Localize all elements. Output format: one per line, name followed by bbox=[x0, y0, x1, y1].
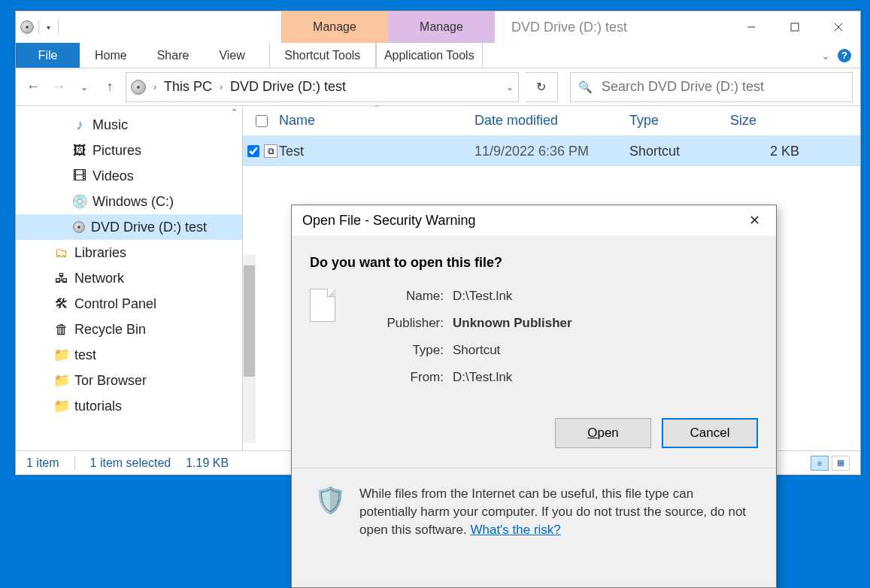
info-value-type: Shortcut bbox=[453, 343, 758, 358]
tree-item-label: Control Panel bbox=[74, 296, 156, 312]
window-title: DVD Drive (D:) test bbox=[495, 11, 729, 43]
address-dropdown[interactable]: ⌄ bbox=[506, 82, 514, 92]
tab-home[interactable]: Home bbox=[80, 43, 142, 68]
back-button[interactable]: ← bbox=[23, 77, 43, 97]
navigation-tree[interactable]: ⌃ ♪Music 🖼Pictures 🎞Videos 💿Windows (C:)… bbox=[16, 106, 243, 450]
dialog-titlebar: Open File - Security Warning ✕ bbox=[292, 205, 776, 235]
navigation-bar: ← → ⌄ ↑ › This PC › DVD Drive (D:) test … bbox=[16, 68, 860, 106]
music-icon: ♪ bbox=[73, 118, 86, 132]
tab-view[interactable]: View bbox=[204, 43, 259, 68]
qat-dropdown[interactable]: ▾ bbox=[44, 23, 53, 32]
pictures-icon: 🖼 bbox=[73, 144, 86, 157]
open-button[interactable]: Open bbox=[555, 418, 651, 448]
help-icon[interactable]: ? bbox=[838, 49, 851, 62]
search-input[interactable] bbox=[600, 78, 844, 95]
expand-ribbon-icon[interactable]: ⌄ bbox=[821, 50, 830, 62]
tree-item-libraries[interactable]: 🗂Libraries bbox=[16, 240, 242, 265]
tab-shortcut-tools[interactable]: Shortcut Tools bbox=[269, 43, 376, 68]
svg-rect-1 bbox=[791, 23, 799, 31]
info-value-from: D:\Test.lnk bbox=[453, 370, 758, 385]
tree-item-label: Recycle Bin bbox=[74, 322, 146, 338]
details-view-button[interactable]: ≡ bbox=[811, 456, 829, 471]
scrollbar[interactable] bbox=[243, 255, 256, 443]
recent-locations-dropdown[interactable]: ⌄ bbox=[74, 77, 94, 97]
contextual-tab-group-application: Manage bbox=[388, 11, 495, 43]
file-type: Shortcut bbox=[629, 144, 730, 159]
tree-item-label: test bbox=[74, 347, 96, 363]
security-warning-dialog: Open File - Security Warning ✕ Do you wa… bbox=[291, 205, 777, 588]
whats-the-risk-link[interactable]: What's the risk? bbox=[470, 523, 560, 537]
tab-application-tools[interactable]: Application Tools bbox=[376, 43, 483, 68]
videos-icon: 🎞 bbox=[73, 169, 86, 183]
tree-item-label: Pictures bbox=[92, 143, 141, 159]
tree-item-folder-tor[interactable]: 📁Tor Browser bbox=[16, 368, 242, 393]
tree-item-label: Videos bbox=[92, 168, 134, 184]
tree-item-network[interactable]: 🖧Network bbox=[16, 265, 242, 291]
network-icon: 🖧 bbox=[55, 271, 68, 285]
sort-indicator-icon: ⌃ bbox=[374, 106, 380, 112]
tree-item-label: Network bbox=[74, 271, 124, 286]
column-type[interactable]: Type bbox=[629, 113, 730, 129]
tree-item-label: Libraries bbox=[74, 245, 126, 261]
status-selected-size: 1.19 KB bbox=[186, 456, 229, 470]
file-checkbox[interactable] bbox=[247, 145, 259, 157]
tree-item-recycle-bin[interactable]: 🗑Recycle Bin bbox=[16, 317, 242, 342]
control-panel-icon: 🛠 bbox=[55, 297, 68, 311]
shield-icon: 🛡️ bbox=[314, 485, 346, 538]
search-icon: 🔍 bbox=[578, 80, 593, 94]
column-date-modified[interactable]: Date modified bbox=[474, 113, 629, 129]
file-row[interactable]: ⧉ Test 11/9/2022 6:36 PM Shortcut 2 KB bbox=[243, 136, 860, 166]
maximize-button[interactable] bbox=[773, 11, 817, 43]
file-date: 11/9/2022 6:36 PM bbox=[474, 144, 629, 159]
chevron-right-icon[interactable]: › bbox=[153, 82, 156, 92]
tree-item-folder-tutorials[interactable]: 📁tutorials bbox=[16, 393, 242, 419]
footer-warning-text: While files from the Internet can be use… bbox=[359, 485, 753, 538]
status-separator bbox=[74, 456, 75, 470]
breadcrumb[interactable]: DVD Drive (D:) test bbox=[230, 79, 346, 95]
cancel-button[interactable]: Cancel bbox=[662, 418, 758, 448]
file-name: Test bbox=[279, 144, 474, 159]
minimize-button[interactable] bbox=[729, 11, 773, 43]
app-icon bbox=[20, 20, 34, 34]
drive-icon: 💿 bbox=[73, 195, 86, 208]
scrollbar-thumb[interactable] bbox=[244, 265, 255, 377]
tree-item-control-panel[interactable]: 🛠Control Panel bbox=[16, 291, 242, 317]
disc-icon bbox=[73, 221, 85, 233]
column-label: Name bbox=[279, 113, 315, 128]
tree-item-music[interactable]: ♪Music bbox=[16, 112, 242, 138]
tree-item-pictures[interactable]: 🖼Pictures bbox=[16, 138, 242, 163]
status-item-count: 1 item bbox=[26, 456, 59, 470]
tree-item-drive-c[interactable]: 💿Windows (C:) bbox=[16, 189, 242, 214]
close-button[interactable]: ✕ bbox=[743, 212, 765, 229]
breadcrumb[interactable]: This PC bbox=[164, 79, 212, 95]
chevron-right-icon[interactable]: › bbox=[220, 82, 223, 92]
info-label-name: Name: bbox=[361, 289, 444, 304]
column-name[interactable]: ⌃ Name bbox=[279, 113, 474, 129]
qat-separator bbox=[58, 20, 59, 34]
folder-icon: 📁 bbox=[55, 348, 68, 362]
tree-item-label: DVD Drive (D:) test bbox=[91, 220, 207, 235]
tab-share[interactable]: Share bbox=[142, 43, 205, 68]
tree-item-folder-test[interactable]: 📁test bbox=[16, 342, 242, 368]
search-box[interactable]: 🔍 bbox=[570, 72, 853, 102]
address-bar[interactable]: › This PC › DVD Drive (D:) test ⌄ bbox=[126, 72, 519, 102]
info-label-from: From: bbox=[361, 370, 444, 385]
forward-button[interactable]: → bbox=[49, 77, 68, 97]
tree-item-videos[interactable]: 🎞Videos bbox=[16, 163, 242, 189]
qat-separator bbox=[38, 20, 39, 34]
column-headers: ⌃ Name Date modified Type Size bbox=[243, 106, 860, 136]
select-all-checkbox[interactable] bbox=[256, 115, 268, 127]
libraries-icon: 🗂 bbox=[55, 246, 68, 259]
info-label-publisher: Publisher: bbox=[361, 316, 444, 331]
location-icon bbox=[131, 80, 146, 95]
up-button[interactable]: ↑ bbox=[100, 77, 120, 97]
file-size: 2 KB bbox=[730, 144, 813, 159]
thumbnails-view-button[interactable]: ▦ bbox=[832, 456, 850, 471]
tree-item-dvd-drive[interactable]: DVD Drive (D:) test bbox=[16, 214, 242, 240]
tree-scroll-up[interactable]: ⌃ bbox=[228, 108, 240, 117]
titlebar: ▾ Manage Manage DVD Drive (D:) test bbox=[16, 11, 860, 43]
refresh-button[interactable]: ↻ bbox=[525, 72, 558, 102]
tab-file[interactable]: File bbox=[16, 43, 80, 68]
close-button[interactable] bbox=[817, 11, 860, 43]
column-size[interactable]: Size bbox=[730, 113, 813, 129]
